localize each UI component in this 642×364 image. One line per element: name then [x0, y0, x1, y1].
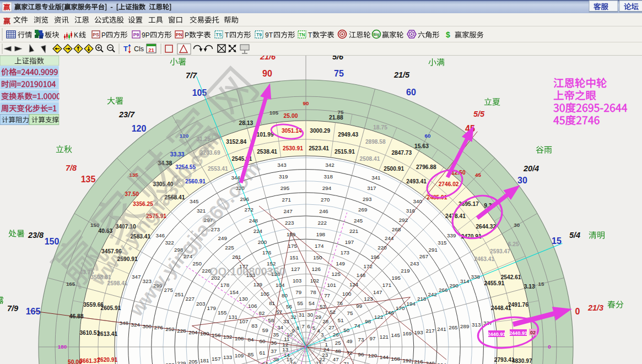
svg-text:146: 146 [385, 309, 395, 316]
svg-text:245: 245 [354, 218, 363, 224]
svg-text:2440.91: 2440.91 [487, 332, 505, 337]
svg-text:120: 120 [132, 124, 147, 133]
svg-text:56: 56 [286, 303, 292, 309]
svg-text:109: 109 [235, 352, 244, 358]
svg-text:243: 243 [410, 260, 419, 267]
svg-text:148: 148 [357, 272, 366, 278]
svg-text:48: 48 [335, 348, 341, 354]
svg-text:7/8: 7/8 [66, 164, 77, 172]
svg-text:343: 343 [277, 162, 287, 168]
svg-text:174: 174 [315, 243, 324, 249]
svg-text:217: 217 [425, 328, 434, 334]
svg-text:46.88: 46.88 [69, 313, 84, 319]
svg-text:2847.73: 2847.73 [391, 150, 412, 156]
svg-text:193: 193 [414, 329, 423, 335]
svg-text:324: 324 [131, 322, 141, 328]
svg-text:228: 228 [177, 328, 186, 334]
svg-text:219: 219 [401, 268, 409, 274]
svg-text:147: 147 [373, 289, 382, 295]
svg-text:289: 289 [460, 323, 469, 329]
svg-text:25: 25 [335, 340, 341, 346]
svg-text:2613.41: 2613.41 [97, 331, 117, 337]
svg-text:2491.76: 2491.76 [508, 302, 528, 308]
svg-text:196: 196 [370, 254, 380, 260]
svg-text:25.00: 25.00 [284, 113, 298, 119]
svg-text:2448.41: 2448.41 [491, 305, 511, 311]
svg-text:21/3: 21/3 [587, 303, 603, 312]
svg-text:78: 78 [310, 289, 316, 295]
svg-text:151: 151 [289, 254, 298, 260]
svg-text:2538.41: 2538.41 [257, 149, 277, 155]
svg-text:107: 107 [239, 318, 248, 324]
svg-text:294: 294 [322, 185, 332, 191]
svg-text:2796.88: 2796.88 [416, 164, 436, 170]
svg-text:P: P [101, 31, 106, 39]
svg-text:106: 106 [248, 303, 257, 309]
svg-text:81: 81 [269, 300, 275, 306]
svg-text:293: 293 [363, 196, 372, 202]
svg-text:322: 322 [165, 240, 174, 246]
svg-text:165: 165 [66, 281, 75, 287]
svg-text:101: 101 [327, 282, 336, 288]
svg-text:135: 135 [81, 175, 96, 184]
svg-text:30: 30 [307, 312, 313, 318]
svg-text:348: 348 [120, 320, 129, 326]
svg-text:317: 317 [367, 185, 376, 191]
svg-text:244: 244 [385, 235, 394, 241]
svg-text:156: 156 [212, 332, 221, 338]
svg-text:149: 149 [336, 260, 345, 267]
svg-text:0: 0 [575, 307, 580, 316]
svg-text:104: 104 [276, 282, 285, 288]
svg-text:205: 205 [188, 358, 198, 364]
svg-text:TS: TS [216, 32, 222, 37]
svg-text:216: 216 [414, 358, 423, 364]
svg-text:105: 105 [269, 110, 279, 116]
svg-text:6: 6 [307, 323, 310, 329]
svg-text:5/5: 5/5 [473, 110, 485, 118]
svg-text:224: 224 [253, 228, 263, 234]
svg-text:2478.41: 2478.41 [445, 213, 466, 219]
svg-text:2620.91: 2620.91 [97, 357, 117, 363]
svg-text:2463.41: 2463.41 [474, 256, 494, 262]
svg-text:9P: 9P [142, 31, 150, 39]
svg-text:5/4: 5/4 [569, 231, 580, 240]
svg-text:252: 252 [165, 326, 174, 332]
svg-text:130: 130 [239, 296, 248, 302]
svg-text:58: 58 [268, 317, 274, 323]
svg-text:31: 31 [299, 312, 305, 318]
svg-text:269: 269 [358, 207, 367, 213]
svg-text:02: 02 [530, 330, 536, 335]
svg-text:57: 57 [276, 309, 282, 315]
svg-text:3: 3 [321, 332, 324, 338]
svg-text:$: $ [446, 30, 450, 39]
svg-text:347: 347 [132, 274, 141, 280]
svg-text:TN: TN [299, 32, 305, 37]
svg-text:36: 36 [271, 340, 277, 346]
svg-text:90: 90 [262, 69, 272, 78]
svg-text:2553.41: 2553.41 [208, 166, 228, 172]
svg-text:34: 34 [277, 324, 283, 330]
svg-text:62: 62 [262, 361, 268, 364]
svg-text:Big: Big [373, 32, 379, 37]
svg-text:195: 195 [392, 275, 401, 281]
svg-text:155: 155 [218, 309, 227, 316]
svg-text:123: 123 [364, 296, 373, 302]
svg-text:51: 51 [338, 317, 344, 323]
svg-text:276: 276 [154, 324, 163, 330]
svg-text:72: 72 [347, 350, 353, 356]
svg-text:144: 144 [380, 354, 389, 360]
svg-text:35: 35 [273, 332, 279, 338]
svg-text:319: 319 [279, 173, 288, 180]
svg-text:157: 157 [212, 356, 220, 362]
svg-text:2793.41: 2793.41 [494, 357, 515, 363]
svg-text:K: K [74, 31, 78, 39]
svg-text:55: 55 [297, 300, 303, 306]
svg-text:83: 83 [251, 323, 257, 329]
svg-text:T9: T9 [256, 32, 262, 37]
svg-text:85: 85 [248, 351, 254, 357]
svg-text:33.33: 33.33 [170, 151, 185, 157]
svg-text:2440.91: 2440.91 [509, 330, 527, 336]
svg-text:133: 133 [223, 354, 233, 360]
svg-text:265: 265 [449, 324, 458, 330]
svg-text:50: 50 [343, 327, 349, 333]
